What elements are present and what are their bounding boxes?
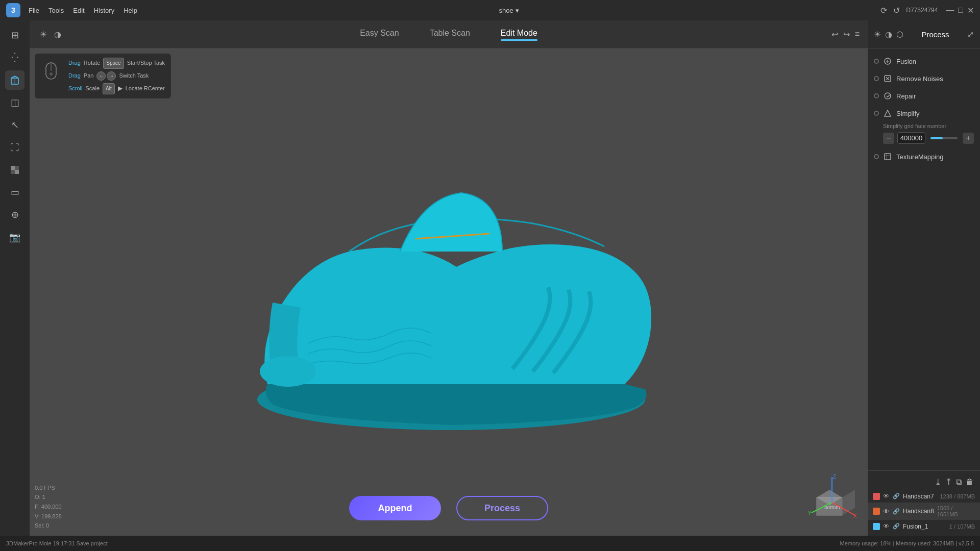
tab-sun-icon[interactable]: ☀ [40,30,47,39]
menu-bar: File Tools Edit History Help [29,7,137,14]
device-id: D77524794 [906,7,938,14]
fusion1-info: 1 / 107MB [949,523,975,530]
fusion1-vis-button[interactable]: 👁 [883,522,890,530]
handscan8-vis-button[interactable]: 👁 [883,508,890,515]
project-title-dropdown[interactable]: shoe ▾ [499,7,519,14]
panel-sun-icon[interactable]: ☀ [874,30,881,39]
tab-redo-icon[interactable]: ↪ [843,30,850,39]
hint-start-stop-label: Start/Stop Task [127,58,165,68]
simplify-minus-button[interactable]: − [883,133,894,144]
svg-point-13 [260,356,316,387]
sidebar-merge-icon[interactable]: ⊕ [5,205,24,224]
handscan8-name: Handscan8 [903,508,934,515]
process-item-remove-noises[interactable]: Remove Noises [868,70,980,87]
tab-menu-icon[interactable]: ≡ [855,30,860,39]
svg-rect-2 [11,166,15,170]
statusbar-left: 3DMakerPro Mole 19:17:31 Save project [6,540,108,546]
layer-fusion1[interactable]: 👁 🔗 Fusion_1 1 / 107MB [868,520,980,533]
hint-drag2-label: Drag [68,71,81,81]
simplify-label: Simplify [896,110,920,117]
svg-text:Z: Z [833,474,836,480]
layer-delete-icon[interactable]: 🗑 [966,477,974,487]
menu-file[interactable]: File [29,7,39,14]
handscan7-color [873,493,880,500]
fusion1-link-icon[interactable]: 🔗 [893,523,900,530]
sidebar-layers-icon[interactable]: ◫ [5,93,24,112]
tabbar: ☀ ◑ Easy Scan Table Scan Edit Mode ↩ ↪ ≡ [30,20,868,48]
right-panel-header: ☀ ◑ ⬡ Process ⤢ [868,20,980,48]
left-sidebar: ⊞ ⁛ ◫ ↖ ⛶ ▭ ⊕ 📷 [0,20,30,536]
handscan7-link-icon[interactable]: 🔗 [893,493,900,499]
svg-rect-28 [885,154,891,160]
simplify-track-fill [930,137,943,139]
tab-undo-icon[interactable]: ↩ [831,30,838,39]
append-button[interactable]: Append [349,496,441,520]
handscan7-vis-button[interactable]: 👁 [883,492,890,500]
sidebar-grid-icon[interactable]: ⊞ [5,26,24,45]
refresh-icon[interactable]: ↺ [893,6,900,15]
sidebar-dots-icon[interactable]: ⁛ [5,48,24,67]
fusion-label: Fusion [896,58,916,65]
hint-rotate-label: Rotate [84,58,100,68]
remove-noises-icon [883,74,892,83]
process-item-texture[interactable]: TextureMapping [868,148,980,165]
sidebar-camera-icon[interactable]: 📷 [5,228,24,247]
remove-noises-dot [874,76,879,81]
mouse-hints: Drag Rotate Space Start/Stop Task Drag P… [35,54,171,98]
panel-expand-icon[interactable]: ⤢ [967,30,974,39]
sidebar-cursor-icon[interactable]: ↖ [5,115,24,135]
texture-label: TextureMapping [896,153,944,161]
bottom-buttons: Append Process [30,496,868,520]
sidebar-checker-icon[interactable] [5,160,24,180]
fusion-dot [874,59,879,64]
simplify-plus-button[interactable]: + [963,133,974,144]
layer-copy-icon[interactable]: ⧉ [956,477,962,487]
handscan8-color [873,508,880,515]
tab-edit-mode[interactable]: Edit Mode [501,29,537,40]
handscan8-info: 1565 / 1651MB [937,505,975,517]
process-button[interactable]: Process [456,496,548,520]
sel-label: Sel: 0 [35,521,62,531]
layer-handscan7[interactable]: 👁 🔗 Handscan7 1238 / 887MB [868,490,980,503]
minimize-icon[interactable]: — [946,6,954,15]
simplify-stepper: − 400000 + [883,132,974,144]
menu-edit[interactable]: Edit [73,7,84,14]
panel-box-icon[interactable]: ⬡ [896,30,903,39]
menu-help[interactable]: Help [124,7,137,14]
tab-material-icon[interactable]: ◑ [54,30,61,39]
simplify-value[interactable]: 400000 [897,132,925,144]
svg-rect-3 [15,166,19,170]
maximize-icon[interactable]: □ [958,6,963,15]
layer-export-icon[interactable]: ⤒ [945,477,952,487]
hint-switch-task-label: Switch Task [119,71,149,81]
texture-dot [874,154,879,159]
process-item-fusion[interactable]: Fusion [868,53,980,70]
sync-status-icon[interactable]: ⟳ [880,6,887,15]
app-logo: 3 [6,3,20,17]
simplify-track[interactable] [930,137,958,139]
sidebar-plane-icon[interactable]: ▭ [5,183,24,202]
shoe-render [30,48,868,536]
menu-history[interactable]: History [94,7,114,14]
simplify-dot [874,111,879,116]
remove-noises-label: Remove Noises [896,75,943,83]
layer-import-icon[interactable]: ⤓ [935,477,941,487]
viewport[interactable]: Drag Rotate Space Start/Stop Task Drag P… [30,48,868,536]
process-item-simplify[interactable]: Simplify [868,105,980,122]
process-item-repair[interactable]: Repair [868,87,980,105]
tab-easy-scan[interactable]: Easy Scan [360,29,399,40]
repair-label: Repair [896,92,916,100]
titlebar: 3 File Tools Edit History Help shoe ▾ ⟳ … [0,0,980,20]
sidebar-select-icon[interactable]: ⛶ [5,138,24,157]
right-panel-content: Fusion Remove Noises Repair Simplify [868,48,980,470]
close-icon[interactable]: ✕ [967,6,974,15]
svg-point-8 [50,72,53,76]
simplify-icon [883,109,892,118]
handscan8-link-icon[interactable]: 🔗 [893,508,900,515]
sidebar-cube-icon[interactable] [5,70,24,90]
tab-table-scan[interactable]: Table Scan [430,29,470,40]
layer-handscan8[interactable]: 👁 🔗 Handscan8 1565 / 1651MB [868,503,980,520]
tab-right-icons: ↩ ↪ ≡ [831,30,860,39]
menu-tools[interactable]: Tools [48,7,64,14]
panel-material-icon[interactable]: ◑ [885,30,892,39]
